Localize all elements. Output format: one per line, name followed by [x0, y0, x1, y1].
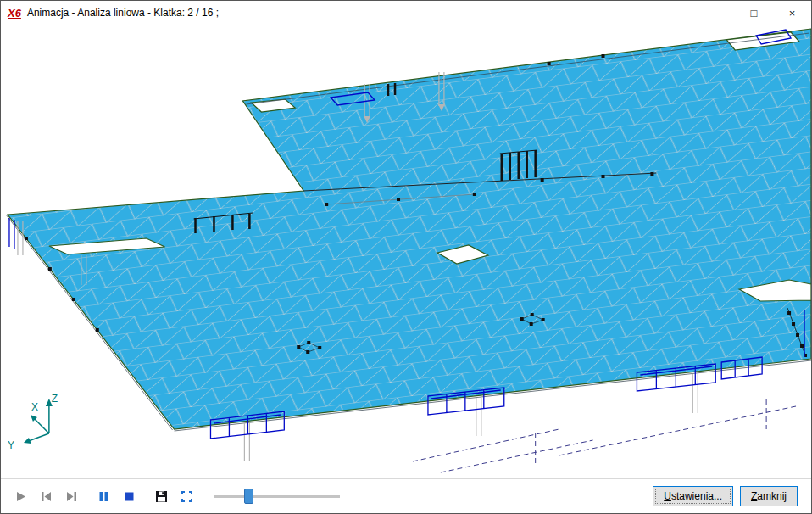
settings-button-label: stawienia...	[671, 490, 722, 502]
pause-button[interactable]	[92, 485, 114, 507]
settings-button-mnemonic: U	[664, 490, 671, 502]
axis-label-z: Z	[52, 393, 58, 405]
window-controls: – □ ×	[697, 1, 811, 25]
fit-view-button[interactable]	[175, 485, 197, 507]
scene-svg: Z X Y	[1, 25, 811, 478]
viewport-3d[interactable]: Z X Y	[1, 25, 811, 478]
axis-label-x: X	[31, 401, 38, 413]
axis-triad: Z X Y	[8, 393, 58, 451]
minimize-icon: –	[713, 7, 719, 20]
skip-first-icon	[40, 490, 53, 503]
frame-slider[interactable]	[214, 485, 340, 507]
stop-icon	[123, 490, 136, 503]
settings-button[interactable]: Ustawienia...	[653, 486, 733, 506]
save-button[interactable]	[150, 485, 172, 507]
stop-button[interactable]	[118, 485, 140, 507]
slab-mesh	[6, 29, 811, 431]
maximize-button[interactable]: □	[735, 1, 773, 25]
close-button[interactable]: Zamknij	[740, 486, 798, 506]
titlebar[interactable]: X6 Animacja - Analiza liniowa - Klatka: …	[1, 1, 811, 25]
window-title: Animacja - Analiza liniowa - Klatka: 2 /…	[27, 7, 219, 19]
fit-view-icon	[181, 490, 193, 503]
pause-icon	[97, 490, 110, 503]
animation-window: X6 Animacja - Analiza liniowa - Klatka: …	[0, 0, 812, 514]
skip-last-icon	[65, 490, 78, 503]
maximize-icon: □	[751, 7, 758, 20]
skip-last-button[interactable]	[60, 485, 82, 507]
skip-first-button[interactable]	[35, 485, 57, 507]
save-icon	[155, 490, 168, 503]
close-window-button[interactable]: ×	[773, 1, 811, 25]
toolbar-actions: Ustawienia... Zamknij	[653, 486, 798, 506]
close-icon: ×	[789, 7, 796, 20]
animation-toolbar: Ustawienia... Zamknij	[1, 478, 811, 513]
close-button-label: amknij	[757, 490, 787, 502]
axis-label-y: Y	[8, 439, 14, 451]
play-icon	[14, 490, 27, 503]
app-logo-icon: X6	[8, 7, 21, 20]
minimize-button[interactable]: –	[697, 1, 735, 25]
frame-slider-thumb[interactable]	[244, 489, 253, 504]
play-button[interactable]	[9, 485, 31, 507]
frame-slider-track[interactable]	[214, 495, 340, 498]
